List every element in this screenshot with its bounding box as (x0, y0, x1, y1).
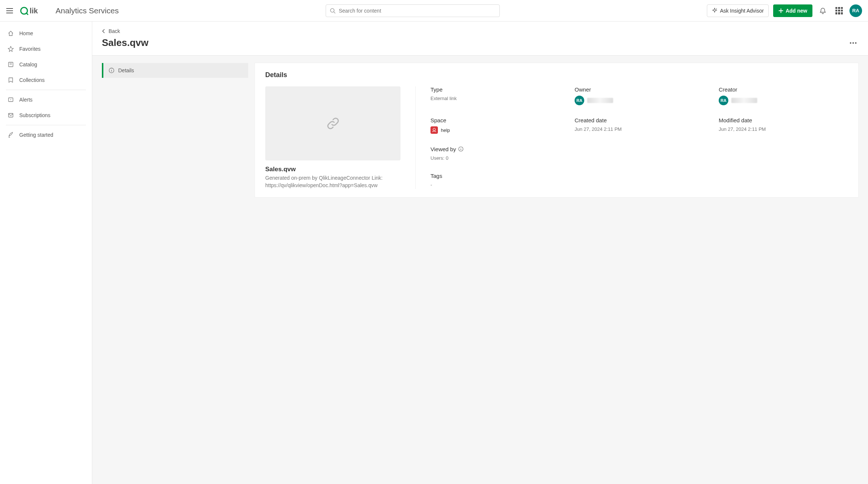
sidebar-item-home[interactable]: Home (4, 26, 88, 41)
plus-icon (778, 8, 784, 13)
svg-point-6 (10, 99, 11, 100)
meta-value: Users: 0 (430, 155, 560, 161)
alerts-icon (7, 96, 14, 103)
sidebar-item-getting-started[interactable]: Getting started (4, 127, 88, 142)
ask-insight-label: Ask Insight Advisor (720, 8, 764, 14)
add-new-label: Add new (786, 8, 807, 14)
sidebar-item-label: Catalog (19, 62, 37, 67)
chevron-left-icon (102, 29, 106, 33)
meta-label: Owner (575, 86, 704, 93)
meta-label: Creator (719, 86, 848, 93)
meta-owner: Owner RA (575, 86, 704, 107)
meta-label: Created date (575, 117, 704, 123)
preview-thumbnail (265, 86, 400, 160)
owner-avatar: RA (575, 96, 584, 105)
catalog-icon (7, 61, 14, 68)
info-icon (109, 67, 114, 73)
sidebar-item-label: Favorites (19, 46, 41, 52)
sidebar-item-collections[interactable]: Collections (4, 73, 88, 87)
sidebar-item-label: Alerts (19, 97, 33, 103)
back-label: Back (109, 28, 120, 34)
notifications-button[interactable] (817, 5, 829, 17)
svg-rect-7 (9, 113, 13, 117)
meta-label: Viewed by (430, 146, 456, 152)
tab-label: Details (118, 67, 134, 73)
sidebar: Home Favorites Catalog Collections Aler (0, 21, 92, 484)
meta-space: Space help (430, 117, 560, 135)
link-icon (326, 116, 340, 131)
apps-grid-icon (835, 7, 843, 14)
page-title: Sales.qvw (102, 37, 149, 49)
sidebar-item-label: Subscriptions (19, 112, 50, 118)
sidebar-item-label: Collections (19, 77, 44, 83)
creator-avatar: RA (719, 96, 728, 105)
add-new-button[interactable]: Add new (773, 4, 812, 17)
info-icon[interactable] (458, 146, 463, 152)
asset-title: Sales.qvw (265, 166, 400, 173)
collections-icon (7, 77, 14, 83)
meta-creator: Creator RA (719, 86, 848, 107)
meta-viewed-by: Viewed by Users: 0 (430, 146, 560, 162)
meta-created-date: Created date Jun 27, 2024 2:11 PM (575, 117, 704, 135)
sidebar-item-subscriptions[interactable]: Subscriptions (4, 108, 88, 123)
details-heading: Details (265, 71, 848, 79)
main-content: Back Sales.qvw Details Details (92, 21, 868, 484)
owner-name-redacted (587, 98, 613, 103)
meta-tags: Tags - (430, 173, 560, 189)
more-actions-button[interactable] (848, 40, 858, 46)
nav-divider (6, 125, 86, 125)
asset-description: Generated on-prem by QlikLineageConnecto… (265, 175, 400, 189)
meta-label: Space (430, 117, 560, 123)
meta-label: Type (430, 86, 560, 93)
menu-toggle[interactable] (6, 7, 13, 14)
meta-label: Tags (430, 173, 560, 179)
meta-value: Jun 27, 2024 2:11 PM (575, 126, 704, 132)
svg-point-8 (850, 42, 851, 44)
page-header: Back Sales.qvw (92, 21, 868, 56)
ask-insight-advisor-button[interactable]: Ask Insight Advisor (707, 4, 768, 17)
qlik-logo[interactable]: lik (20, 6, 46, 16)
user-avatar[interactable]: RA (849, 4, 862, 17)
search-box[interactable] (326, 4, 500, 17)
topbar: lik Analytics Services Ask Insight Advis… (0, 0, 868, 21)
app-launcher-button[interactable] (833, 5, 845, 17)
svg-text:lik: lik (30, 7, 38, 15)
sidebar-item-label: Home (19, 30, 33, 36)
svg-point-3 (716, 9, 717, 9)
meta-label: Modified date (719, 117, 848, 123)
tenant-name: Analytics Services (56, 6, 119, 15)
sidebar-item-label: Getting started (19, 132, 53, 138)
star-icon (7, 46, 14, 52)
space-name[interactable]: help (441, 127, 450, 133)
meta-value: - (430, 182, 560, 188)
left-tab-panel: Details (102, 63, 248, 78)
back-button[interactable]: Back (102, 28, 120, 34)
space-icon (430, 126, 438, 134)
details-card: Details Sales.qvw Generated on-prem by Q… (255, 63, 858, 197)
nav-divider (6, 90, 86, 90)
sparkle-icon (712, 8, 718, 14)
svg-point-9 (852, 42, 854, 44)
svg-point-10 (855, 42, 857, 44)
creator-name-redacted (731, 98, 757, 103)
home-icon (7, 30, 14, 37)
sidebar-item-catalog[interactable]: Catalog (4, 57, 88, 72)
tab-details[interactable]: Details (102, 63, 248, 78)
svg-point-2 (330, 9, 334, 12)
meta-modified-date: Modified date Jun 27, 2024 2:11 PM (719, 117, 848, 135)
search-icon (330, 8, 336, 14)
meta-type: Type External link (430, 86, 560, 107)
sidebar-item-favorites[interactable]: Favorites (4, 42, 88, 56)
sidebar-item-alerts[interactable]: Alerts (4, 92, 88, 107)
rocket-icon (7, 132, 14, 138)
subscriptions-icon (7, 112, 14, 119)
search-input[interactable] (339, 8, 496, 14)
meta-value: External link (430, 96, 560, 101)
meta-value: Jun 27, 2024 2:11 PM (719, 126, 848, 132)
